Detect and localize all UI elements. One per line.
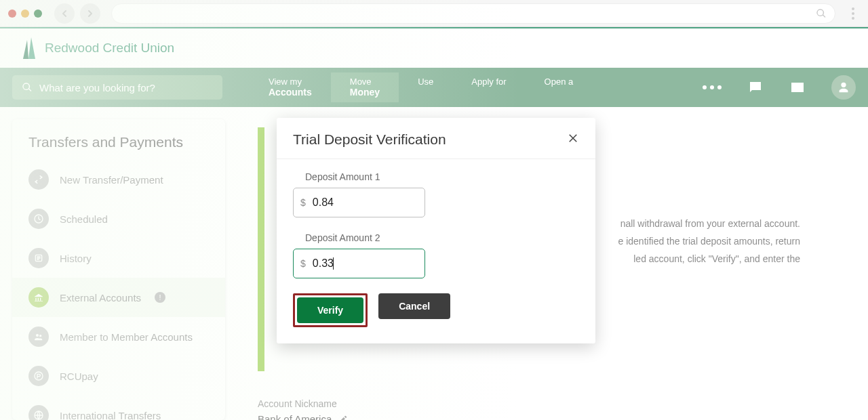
close-icon bbox=[567, 132, 579, 144]
browser-chrome bbox=[0, 0, 868, 27]
browser-menu-button[interactable] bbox=[846, 3, 860, 24]
modal-body: Deposit Amount 1 $ Deposit Amount 2 $ 0.… bbox=[277, 159, 595, 343]
search-icon bbox=[816, 8, 827, 19]
url-bar[interactable] bbox=[111, 3, 835, 24]
deposit-2-field: Deposit Amount 2 $ 0.33 bbox=[293, 232, 579, 278]
chevron-left-icon bbox=[59, 8, 70, 19]
modal-backdrop: Trial Deposit Verification Deposit Amoun… bbox=[0, 27, 868, 420]
modal-title: Trial Deposit Verification bbox=[293, 131, 446, 148]
modal-button-row: Verify Cancel bbox=[293, 293, 579, 327]
modal-close-button[interactable] bbox=[567, 132, 579, 147]
window-controls[interactable] bbox=[8, 9, 42, 18]
deposit-1-input[interactable] bbox=[313, 196, 418, 209]
deposit-2-value-text: 0.33 bbox=[313, 257, 334, 270]
currency-symbol: $ bbox=[300, 197, 306, 208]
deposit-1-label: Deposit Amount 1 bbox=[293, 171, 579, 182]
tutorial-highlight: Verify bbox=[293, 293, 368, 327]
window-maximize-icon[interactable] bbox=[34, 9, 42, 18]
deposit-1-input-row[interactable]: $ bbox=[293, 188, 425, 217]
trial-deposit-modal: Trial Deposit Verification Deposit Amoun… bbox=[277, 118, 595, 343]
chevron-right-icon bbox=[85, 8, 96, 19]
text-caret bbox=[333, 257, 334, 270]
browser-forward-button[interactable] bbox=[80, 3, 100, 24]
deposit-1-field: Deposit Amount 1 $ bbox=[293, 171, 579, 217]
window-close-icon[interactable] bbox=[8, 9, 16, 18]
window-minimize-icon[interactable] bbox=[21, 9, 29, 18]
deposit-2-input-row[interactable]: $ 0.33 bbox=[293, 249, 425, 278]
verify-button[interactable]: Verify bbox=[297, 297, 363, 323]
cancel-button[interactable]: Cancel bbox=[378, 293, 450, 319]
deposit-2-label: Deposit Amount 2 bbox=[293, 232, 579, 243]
browser-back-button[interactable] bbox=[54, 3, 75, 24]
currency-symbol: $ bbox=[300, 258, 306, 269]
modal-header: Trial Deposit Verification bbox=[277, 118, 595, 159]
